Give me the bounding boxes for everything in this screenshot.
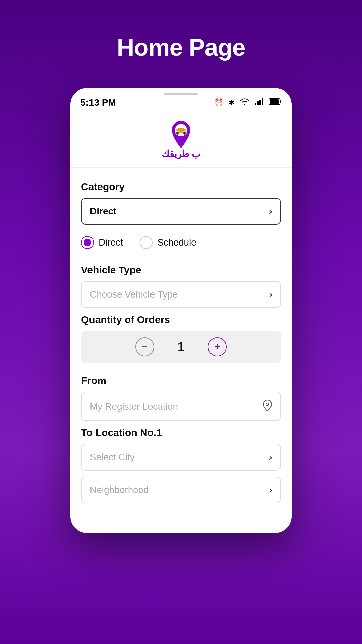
svg-point-14 [184,132,185,134]
from-placeholder: My Register Location [90,401,178,412]
select-city-placeholder: Select City [90,452,135,463]
category-value: Direct [90,206,116,217]
phone-frame: 5:13 PM ⏰ ✱ [70,88,292,533]
page-title: Home Page [117,34,245,61]
svg-rect-1 [257,101,259,105]
svg-rect-15 [178,128,184,131]
location-pin-icon [263,400,272,413]
radio-group: Direct Schedule [81,233,281,252]
category-dropdown[interactable]: Direct › [81,198,281,225]
radio-circle-schedule [140,236,153,249]
from-section: From My Register Location [81,375,281,421]
from-label: From [81,375,281,386]
radio-circle-direct [81,236,94,249]
radio-schedule[interactable]: Schedule [140,236,196,249]
quantity-increase-button[interactable]: + [208,337,227,356]
svg-rect-6 [280,100,281,103]
app-logo-section: ب طريقك [70,113,292,168]
chevron-right-icon: › [269,206,272,217]
status-bar: 5:13 PM ⏰ ✱ [70,97,292,113]
alarm-icon: ⏰ [214,98,223,107]
quantity-section: Quantity of Orders − 1 + [81,314,281,363]
city-chevron-icon: › [269,452,272,463]
radio-direct[interactable]: Direct [81,236,123,249]
status-time: 5:13 PM [80,97,116,108]
radio-label-schedule: Schedule [157,237,196,248]
bluetooth-icon: ✱ [229,98,235,107]
svg-point-13 [177,132,178,134]
signal-icon [255,98,263,107]
status-icons: ⏰ ✱ [214,98,282,107]
svg-rect-2 [259,100,261,105]
svg-rect-0 [255,103,256,105]
vehicle-type-dropdown[interactable]: Choose Vehicle Type › [81,281,281,308]
phone-notch [164,93,198,95]
to-section: To Location No.1 Select City › Neighborh… [81,427,281,503]
quantity-value: 1 [174,340,188,354]
neighborhood-placeholder: Neighborhood [90,485,149,495]
quantity-label: Quantity of Orders [81,314,281,325]
quantity-decrease-button[interactable]: − [135,337,154,356]
vehicle-type-placeholder: Choose Vehicle Type [90,289,178,300]
radio-inner-direct [84,239,91,246]
from-location-field[interactable]: My Register Location [81,392,281,421]
app-logo-text: ب طريقك [162,148,201,159]
select-city-dropdown[interactable]: Select City › [81,444,281,471]
phone-notch-bar [70,88,292,97]
svg-rect-3 [262,98,263,105]
neighborhood-chevron-icon: › [269,485,272,495]
neighborhood-dropdown[interactable]: Neighborhood › [81,477,281,503]
to-label: To Location No.1 [81,427,281,438]
form-content: Category Direct › Direct Schedule Vehicl… [70,168,292,520]
vehicle-type-label: Vehicle Type [81,264,281,276]
svg-rect-5 [270,99,279,104]
wifi-icon [240,98,249,107]
radio-label-direct: Direct [99,237,123,248]
quantity-control: − 1 + [81,331,281,363]
battery-icon [269,98,282,107]
app-logo-pin [168,119,194,146]
vehicle-chevron-icon: › [269,289,272,300]
category-label: Category [81,181,281,193]
svg-point-16 [266,403,269,406]
